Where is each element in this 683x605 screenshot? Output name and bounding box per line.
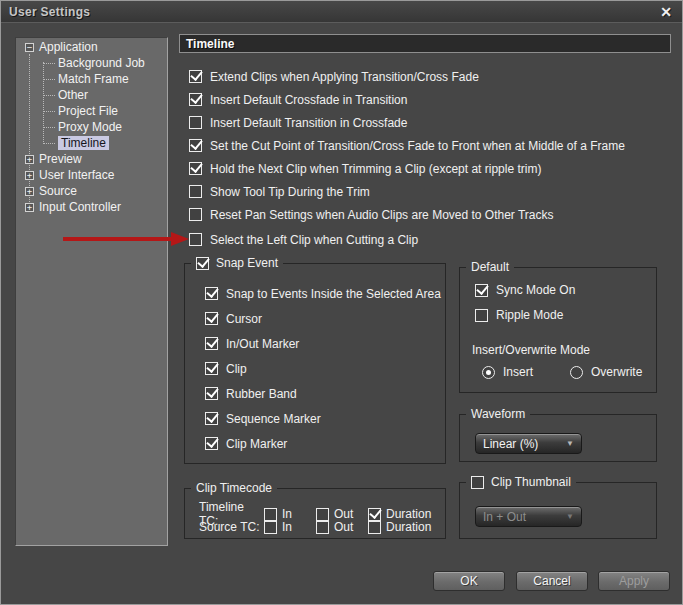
tree-item-label[interactable]: Match Frame (58, 72, 129, 86)
sidebar-item-application[interactable]: − Application (16, 39, 167, 55)
option-insert-default-crossfade[interactable]: Insert Default Crossfade in Transition (189, 88, 625, 111)
tree-item-label[interactable]: Project File (58, 104, 118, 118)
checkbox[interactable] (189, 162, 202, 175)
sidebar-item-proxy-mode[interactable]: Proxy Mode (16, 119, 167, 135)
timeline-tc-duration[interactable]: Duration (368, 507, 420, 521)
sidebar-item-other[interactable]: Other (16, 87, 167, 103)
sidebar-item-user-interface[interactable]: + User Interface (16, 167, 167, 183)
checkbox[interactable] (264, 508, 277, 521)
minus-expander-icon[interactable]: − (25, 43, 34, 52)
checkbox[interactable] (264, 521, 277, 534)
checkbox[interactable] (316, 508, 329, 521)
snap-item-selected-area[interactable]: Snap to Events Inside the Selected Area (205, 281, 445, 306)
checkbox[interactable] (189, 93, 202, 106)
sidebar-item-background-job[interactable]: Background Job (16, 55, 167, 71)
sidebar-item-match-frame[interactable]: Match Frame (16, 71, 167, 87)
tree-item-label-selected[interactable]: Timeline (58, 136, 109, 150)
sidebar-item-input-controller[interactable]: + Input Controller (16, 199, 167, 215)
waveform-select[interactable]: Linear (%) ▼ (475, 433, 582, 454)
checkbox[interactable] (205, 437, 218, 450)
source-tc-in[interactable]: In (264, 520, 316, 534)
titlebar[interactable]: User Settings ✕ (1, 1, 682, 23)
tree-item-label[interactable]: Background Job (58, 56, 145, 70)
sync-mode-option[interactable]: Sync Mode On (475, 283, 575, 297)
sidebar-item-timeline[interactable]: Timeline (16, 135, 167, 151)
plus-expander-icon[interactable]: + (25, 203, 34, 212)
option-label: Clip (226, 362, 247, 376)
plus-expander-icon[interactable]: + (25, 155, 34, 164)
overwrite-radio-option[interactable]: Overwrite (570, 365, 642, 379)
snap-event-legend[interactable]: Snap Event (191, 256, 283, 270)
checkbox[interactable] (189, 116, 202, 129)
tree-item-label[interactable]: Other (58, 88, 88, 102)
checkbox[interactable] (205, 287, 218, 300)
ok-button[interactable]: OK (433, 571, 505, 591)
tree-item-label[interactable]: Source (39, 184, 77, 198)
option-label: Select the Left Clip when Cutting a Clip (210, 233, 418, 247)
checkbox[interactable] (368, 508, 381, 521)
option-label: Sync Mode On (496, 283, 575, 297)
cancel-button[interactable]: Cancel (516, 571, 588, 591)
option-extend-clips[interactable]: Extend Clips when Applying Transition/Cr… (189, 65, 625, 88)
snap-item-clip-marker[interactable]: Clip Marker (205, 431, 445, 456)
checkbox[interactable] (316, 521, 329, 534)
timeline-tc-out[interactable]: Out (316, 507, 368, 521)
option-label: Set the Cut Point of Transition/Cross Fa… (210, 139, 625, 153)
tree-item-label[interactable]: Input Controller (39, 200, 121, 214)
source-tc-row: Source TC: In Out Duration (185, 520, 445, 534)
radio-button[interactable] (482, 366, 495, 379)
checkbox[interactable] (475, 284, 488, 297)
source-tc-duration[interactable]: Duration (368, 520, 420, 534)
checkbox[interactable] (189, 208, 202, 221)
clip-timecode-legend: Clip Timecode (191, 481, 277, 495)
tree-item-label[interactable]: User Interface (39, 168, 114, 182)
sidebar-item-preview[interactable]: + Preview (16, 151, 167, 167)
option-label: Rubber Band (226, 387, 297, 401)
source-tc-out[interactable]: Out (316, 520, 368, 534)
radio-label: Insert (503, 365, 533, 379)
snap-item-clip[interactable]: Clip (205, 356, 445, 381)
snap-item-sequence-marker[interactable]: Sequence Marker (205, 406, 445, 431)
radio-button[interactable] (570, 366, 583, 379)
close-icon[interactable]: ✕ (660, 4, 672, 20)
option-select-left-clip[interactable]: Select the Left Clip when Cutting a Clip (189, 228, 625, 251)
checkbox[interactable] (205, 387, 218, 400)
option-insert-default-transition[interactable]: Insert Default Transition in Crossfade (189, 111, 625, 134)
tree-item-label[interactable]: Preview (39, 152, 82, 166)
apply-button[interactable]: Apply (598, 571, 670, 591)
clip-thumbnail-group: Clip Thumbnail In + Out ▼ (459, 482, 657, 539)
timeline-tc-in[interactable]: In (264, 507, 316, 521)
checkbox[interactable] (471, 476, 484, 489)
insert-radio-option[interactable]: Insert (482, 365, 533, 379)
group-label: Waveform (471, 407, 525, 421)
group-label: Default (471, 260, 509, 274)
clip-timecode-group: Clip Timecode Timeline TC: In Out Durati… (184, 488, 446, 539)
checkbox[interactable] (189, 70, 202, 83)
checkbox[interactable] (205, 337, 218, 350)
checkbox[interactable] (205, 312, 218, 325)
option-label: In/Out Marker (226, 337, 299, 351)
checkbox[interactable] (205, 362, 218, 375)
checkbox[interactable] (205, 412, 218, 425)
plus-expander-icon[interactable]: + (25, 187, 34, 196)
clip-thumbnail-legend[interactable]: Clip Thumbnail (466, 475, 576, 489)
checkbox[interactable] (475, 309, 488, 322)
checkbox[interactable] (189, 139, 202, 152)
tree-item-label[interactable]: Proxy Mode (58, 120, 122, 134)
ripple-mode-option[interactable]: Ripple Mode (475, 308, 563, 322)
checkbox[interactable] (368, 521, 381, 534)
snap-item-rubber-band[interactable]: Rubber Band (205, 381, 445, 406)
tree-item-label[interactable]: Application (39, 40, 98, 54)
sidebar-item-project-file[interactable]: Project File (16, 103, 167, 119)
plus-expander-icon[interactable]: + (25, 171, 34, 180)
option-hold-next-clip[interactable]: Hold the Next Clip when Trimming a Clip … (189, 157, 625, 180)
snap-item-cursor[interactable]: Cursor (205, 306, 445, 331)
group-label: Snap Event (216, 256, 278, 270)
option-show-tooltip[interactable]: Show Tool Tip During the Trim (189, 180, 625, 203)
checkbox[interactable] (189, 185, 202, 198)
sidebar-item-source[interactable]: + Source (16, 183, 167, 199)
option-reset-pan[interactable]: Reset Pan Settings when Audio Clips are … (189, 203, 625, 226)
snap-item-in-out-marker[interactable]: In/Out Marker (205, 331, 445, 356)
option-set-cut-point[interactable]: Set the Cut Point of Transition/Cross Fa… (189, 134, 625, 157)
checkbox[interactable] (196, 257, 209, 270)
